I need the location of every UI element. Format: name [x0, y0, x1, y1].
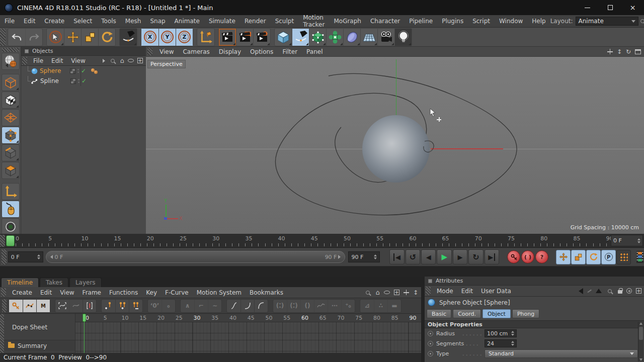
animation-toggle-icon[interactable]: [428, 351, 433, 356]
key-pla-button[interactable]: [616, 250, 631, 264]
object-manager-header[interactable]: Objects: [21, 47, 146, 56]
autokeying-button[interactable]: ( ): [521, 250, 534, 263]
key-parameter-button[interactable]: P: [601, 250, 616, 264]
key-mode-button[interactable]: [9, 300, 23, 312]
menu-script[interactable]: Script: [468, 18, 495, 25]
stepper-icon[interactable]: [374, 254, 377, 259]
workplane-mode-button[interactable]: [2, 109, 20, 126]
menu-pipeline[interactable]: Pipeline: [405, 18, 437, 25]
track-before-button[interactable]: (⁚): [273, 300, 287, 312]
goto-end-button[interactable]: ▶: [485, 249, 499, 264]
lock-x-axis-button[interactable]: X: [141, 29, 158, 46]
ruler-grip[interactable]: [0, 235, 5, 247]
add-light-button[interactable]: [394, 29, 412, 46]
tab-coord[interactable]: Coord.: [453, 309, 481, 318]
tl-menu-fcurve[interactable]: F-Curve: [161, 289, 193, 296]
attributes-header[interactable]: Attributes: [425, 277, 644, 286]
attr-menu-mode[interactable]: Mode: [433, 288, 457, 295]
undo-button[interactable]: [8, 29, 25, 46]
mouse-input-button[interactable]: [2, 201, 20, 218]
layout-dropdown[interactable]: Animate: [576, 17, 638, 26]
stepper-icon[interactable]: [511, 331, 514, 336]
render-picture-viewer-button[interactable]: [236, 29, 253, 46]
tl-menu-edit[interactable]: Edit: [36, 289, 56, 296]
object-name[interactable]: Spline: [40, 77, 66, 84]
prev-key-button[interactable]: ↺: [406, 249, 420, 264]
frame-selection-button[interactable]: [69, 300, 83, 312]
history-back-icon[interactable]: [579, 288, 583, 294]
delete-keys-button[interactable]: [129, 300, 142, 312]
tab-phong[interactable]: Phong: [512, 309, 539, 318]
points-mode-button[interactable]: [2, 127, 20, 144]
add-camera-button[interactable]: [377, 29, 394, 46]
object-properties-section[interactable]: Object Properties: [425, 320, 644, 328]
animation-toggle-icon[interactable]: [428, 341, 433, 346]
dope-sheet-area[interactable]: 051015202530354045505560657075808590 Dop…: [0, 314, 421, 353]
enable-axis-button[interactable]: [2, 183, 20, 200]
bake-button[interactable]: ▬: [387, 300, 401, 312]
vp-menu-panel[interactable]: Panel: [302, 48, 327, 55]
menu-edit[interactable]: Edit: [19, 18, 40, 25]
maximize-button[interactable]: [599, 0, 621, 15]
toolbar-grip[interactable]: [2, 299, 7, 312]
stepper-icon[interactable]: [511, 341, 514, 346]
parent-object-icon[interactable]: [596, 289, 602, 293]
view-label[interactable]: Perspective: [147, 60, 186, 68]
toolbar-grip[interactable]: [0, 29, 6, 46]
menu-select[interactable]: Select: [69, 18, 97, 25]
track-curve-button[interactable]: [314, 300, 328, 312]
menu-simulate[interactable]: Simulate: [204, 18, 240, 25]
frame-range-slider[interactable]: 0 F 90 F: [46, 251, 345, 263]
object-name[interactable]: Sphere: [40, 67, 66, 74]
menu-snap[interactable]: Snap: [145, 18, 170, 25]
om-menu-file[interactable]: File: [29, 57, 47, 64]
coordinate-system-button[interactable]: [197, 29, 214, 46]
fcurve-mode-button[interactable]: [23, 300, 36, 312]
rotate-view-icon[interactable]: ↻: [626, 49, 631, 55]
segments-field[interactable]: 24: [485, 339, 517, 347]
dope-sheet-grid[interactable]: 051015202530354045505560657075808590: [75, 314, 421, 353]
powerslider-ruler[interactable]: 051015202530354045505560657075808590 0 F: [0, 234, 644, 248]
pan-view-icon[interactable]: [607, 49, 613, 54]
vp-menu-cameras[interactable]: Cameras: [178, 48, 214, 55]
new-panel-icon[interactable]: +: [636, 288, 641, 294]
menu-render[interactable]: Render: [240, 18, 271, 25]
tl-menu-motion-system[interactable]: Motion System: [193, 289, 246, 296]
quantize-button[interactable]: ∴: [374, 300, 387, 312]
panel-grip[interactable]: [1, 288, 6, 297]
menu-plugins[interactable]: Plugins: [437, 18, 468, 25]
search-icon[interactable]: [640, 19, 644, 23]
enabled-check-icon[interactable]: ✓: [82, 77, 87, 84]
spline-interp-button[interactable]: ∼: [208, 300, 221, 312]
dope-grip[interactable]: [0, 314, 4, 353]
rotate-button[interactable]: [98, 29, 115, 46]
om-menu-view[interactable]: View: [67, 57, 89, 64]
tab-basic[interactable]: Basic: [427, 309, 451, 318]
sphere-3d-object[interactable]: [362, 115, 430, 183]
tl-menu-bookmarks[interactable]: Bookmarks: [246, 289, 287, 296]
spline-pen-tool-button[interactable]: [120, 29, 137, 46]
menu-character[interactable]: Character: [366, 18, 405, 25]
add-track-button[interactable]: ⁺₀: [341, 300, 355, 312]
scrollbar-thumb[interactable]: [639, 327, 643, 340]
track-oscillate-button[interactable]: (): [300, 300, 314, 312]
menu-mograph[interactable]: MoGraph: [329, 18, 366, 25]
end-frame-field[interactable]: 90 F: [348, 251, 380, 262]
sync-icon[interactable]: [626, 288, 632, 294]
playrow-grip[interactable]: [2, 249, 7, 264]
edit-render-settings-button[interactable]: [253, 29, 270, 46]
key-rotation-button[interactable]: [586, 250, 601, 264]
preview-range-button[interactable]: [83, 300, 96, 312]
render-view-button[interactable]: [219, 29, 236, 46]
pan-icon[interactable]: [404, 290, 409, 295]
home-icon[interactable]: ⌂: [376, 289, 380, 296]
toggle-panel-icon[interactable]: [635, 49, 641, 54]
prev-frame-button[interactable]: ◀: [421, 249, 436, 264]
panel-grip[interactable]: [426, 287, 431, 295]
tab-layers[interactable]: Layers: [69, 278, 102, 287]
tl-menu-key[interactable]: Key: [142, 289, 161, 296]
scroll-down-icon[interactable]: [639, 358, 642, 361]
viewport[interactable]: View Cameras Display Options Filter Pane…: [146, 47, 644, 234]
texture-mode-button[interactable]: [2, 92, 20, 109]
key-position-button[interactable]: [556, 250, 571, 264]
